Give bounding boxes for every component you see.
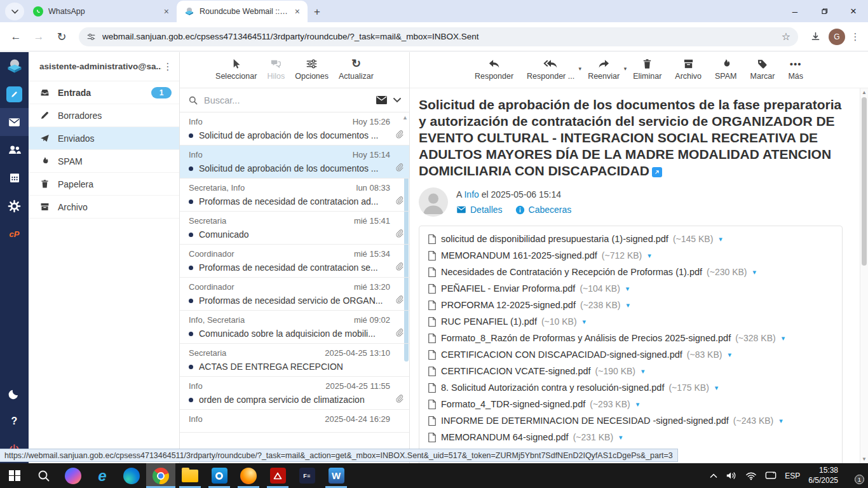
firefox-button[interactable] [234, 463, 263, 488]
language-indicator[interactable]: ESP [785, 471, 800, 480]
tab-whatsapp[interactable]: WhatsApp × [25, 1, 177, 22]
tab-close-icon[interactable]: × [163, 6, 170, 17]
delete-button[interactable]: Eliminar [633, 58, 661, 81]
options-button[interactable]: Opciones [295, 58, 329, 81]
search-options-chevron-icon[interactable] [393, 98, 401, 103]
list-item[interactable]: Coordinador mié 13:20 Proformas de neces… [180, 278, 409, 311]
search-input[interactable] [204, 95, 370, 105]
attachment-menu-caret-icon[interactable]: ▾ [648, 252, 651, 260]
open-in-new-window-icon[interactable] [652, 167, 662, 177]
volume-icon[interactable] [726, 471, 737, 480]
cpanel-nav-button[interactable]: cP [0, 220, 29, 248]
attachment-menu-caret-icon[interactable]: ▾ [583, 318, 587, 326]
select-button[interactable]: Seleccionar [215, 58, 257, 81]
bookmark-star-icon[interactable]: ☆ [782, 30, 790, 43]
back-button[interactable]: ← [6, 27, 25, 46]
archive-button[interactable]: Archivo [675, 58, 702, 81]
sidebar-item-spam[interactable]: SPAM [29, 150, 179, 173]
outlook-button[interactable] [205, 463, 234, 488]
view-scrollbar[interactable]: ▲ ▼ [860, 88, 868, 463]
tab-roundcube[interactable]: Roundcube Webmail :: Enviados × [177, 1, 308, 22]
file-explorer-button[interactable] [175, 463, 205, 488]
forward-button[interactable]: → [29, 27, 48, 46]
mail-nav-button[interactable] [0, 108, 29, 136]
attachment-menu-caret-icon[interactable]: ▾ [619, 433, 623, 442]
reload-button[interactable]: ↻ [52, 27, 71, 46]
word-button[interactable]: W [322, 463, 351, 488]
reply-all-caret-icon[interactable]: ▾ [579, 65, 582, 72]
edge-button[interactable] [117, 463, 146, 488]
list-item[interactable]: Coordinador mié 15:34 Proformas de neces… [180, 245, 409, 278]
copilot-button[interactable] [58, 463, 88, 488]
mark-button[interactable]: Marcar [750, 58, 775, 81]
sidebar-item-entrada[interactable]: Entrada 1 [29, 81, 179, 104]
new-tab-button[interactable]: + [314, 6, 320, 18]
attachment-menu-caret-icon[interactable]: ▾ [728, 351, 731, 359]
list-item[interactable]: Secretaria, Info lun 08:33 Proformas de … [180, 179, 409, 212]
tray-expand-icon[interactable] [710, 473, 717, 478]
window-restore-button[interactable] [810, 0, 839, 22]
clock[interactable]: 15:38 6/5/2025 [808, 466, 838, 485]
attachment-menu-caret-icon[interactable]: ▾ [715, 384, 719, 392]
list-item[interactable]: Info Hoy 15:26 Solicitud de aprobación d… [180, 112, 409, 146]
settings-nav-button[interactable] [0, 192, 29, 220]
dark-mode-button[interactable] [0, 379, 29, 407]
forward-caret-icon[interactable]: ▾ [624, 65, 627, 72]
scroll-down-icon[interactable]: ▼ [860, 456, 868, 462]
spam-button[interactable]: SPAM [715, 58, 737, 81]
more-button[interactable]: ••• Más [788, 58, 803, 81]
folder-options-icon[interactable]: ⋮ [161, 61, 174, 72]
feo-app-button[interactable]: F≡ [292, 463, 322, 488]
attachment-menu-caret-icon[interactable]: ▾ [719, 235, 722, 243]
details-link[interactable]: Detalles [456, 205, 503, 215]
sidebar-item-archivo[interactable]: Archivo [29, 196, 179, 219]
site-info-icon[interactable] [86, 32, 96, 41]
recipient-link[interactable]: Info [464, 189, 478, 200]
help-button[interactable]: ? [0, 407, 29, 435]
list-item[interactable]: Info 2025-04-25 11:55 orden de compra se… [180, 377, 409, 410]
url-text[interactable]: webmail.sanjuan.gob.ec/cpsess4713464511/… [102, 32, 775, 41]
chrome-button[interactable] [146, 463, 175, 488]
attachment-menu-caret-icon[interactable]: ▾ [636, 400, 640, 409]
notification-center-button[interactable]: 1 [846, 470, 862, 482]
tab-search-button[interactable] [5, 3, 24, 20]
url-bar[interactable]: webmail.sanjuan.gob.ec/cpsess4713464511/… [79, 27, 798, 46]
reply-all-button[interactable]: Responder ... ▾ [527, 58, 574, 81]
wifi-icon[interactable] [745, 471, 757, 480]
calendar-nav-button[interactable] [0, 164, 29, 192]
scroll-up-icon[interactable]: ▲ [860, 90, 868, 95]
tab-close-icon[interactable]: × [294, 6, 301, 17]
view-scrollbar-thumb[interactable] [862, 97, 867, 266]
attachment-menu-caret-icon[interactable]: ▾ [626, 285, 630, 293]
window-close-button[interactable]: × [839, 0, 868, 22]
downloads-icon[interactable] [806, 27, 825, 46]
headers-link[interactable]: Cabeceras [515, 205, 572, 215]
search-scope-mail-icon[interactable] [376, 95, 388, 105]
compose-button[interactable] [0, 80, 29, 108]
attachment-menu-caret-icon[interactable]: ▾ [779, 417, 783, 425]
forward-button[interactable]: Reenviar ▾ [588, 58, 620, 81]
attachment-menu-caret-icon[interactable]: ▾ [753, 268, 757, 276]
profile-avatar[interactable]: G [829, 29, 845, 45]
reply-button[interactable]: Responder [475, 58, 513, 81]
list-item[interactable]: Info 2025-04-24 16:29 [180, 410, 409, 433]
browser-menu-icon[interactable]: ⋮ [849, 31, 862, 43]
window-minimize-button[interactable]: – [780, 0, 810, 22]
list-item[interactable]: Secretaria mié 15:41 Comunicado [180, 212, 409, 245]
cast-display-icon[interactable] [765, 471, 776, 480]
sidebar-item-borradores[interactable]: Borradores [29, 104, 179, 127]
attachment-menu-caret-icon[interactable]: ▾ [626, 301, 630, 309]
acrobat-button[interactable] [263, 463, 292, 488]
start-button[interactable] [0, 463, 29, 488]
sidebar-item-enviados[interactable]: Enviados [29, 127, 179, 150]
list-item[interactable]: Info Hoy 15:14 Solicitud de aprobación d… [180, 146, 409, 179]
taskbar-search-button[interactable] [29, 463, 58, 488]
list-item[interactable]: Info, Secretaria mié 09:02 Comunicado so… [180, 311, 409, 344]
sidebar-item-papelera[interactable]: Papelera [29, 173, 179, 196]
attachment-menu-caret-icon[interactable]: ▾ [641, 367, 645, 376]
list-item[interactable]: Secretaria 2025-04-25 13:10 ACTAS DE ENT… [180, 344, 409, 377]
refresh-button[interactable]: ↻ Actualizar [339, 58, 374, 81]
attachment-menu-caret-icon[interactable]: ▾ [782, 334, 785, 342]
contacts-nav-button[interactable] [0, 136, 29, 164]
internet-explorer-button[interactable]: e [88, 463, 117, 488]
